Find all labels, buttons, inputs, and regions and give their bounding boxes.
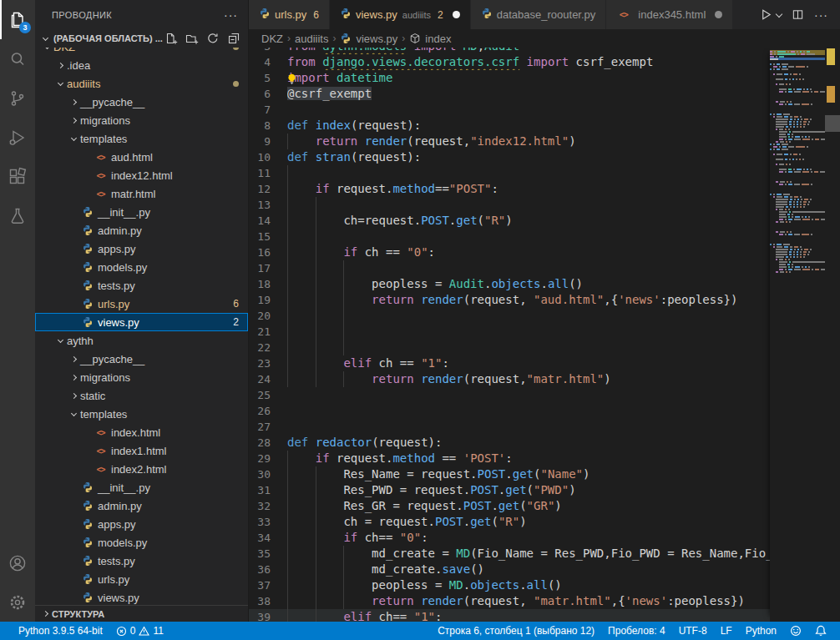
chevron-spacer[interactable] bbox=[80, 150, 94, 164]
feedback-icon[interactable] bbox=[783, 622, 808, 640]
code-line-37[interactable]: 37peopless = MD.objects.all() bbox=[249, 577, 770, 593]
chevron-spacer[interactable] bbox=[80, 444, 94, 457]
outline-section-header[interactable]: СТРУКТУРА bbox=[35, 605, 248, 622]
minimap[interactable] bbox=[770, 48, 825, 622]
run-debug-icon[interactable] bbox=[0, 118, 35, 157]
chevron-down-icon[interactable] bbox=[53, 334, 67, 347]
tree-item-matr-html[interactable]: <>matr.html bbox=[35, 184, 248, 203]
code-line-5[interactable]: 5import datetime bbox=[249, 70, 770, 86]
chevron-spacer[interactable] bbox=[67, 242, 80, 255]
code-line-6[interactable]: 6@csrf_exempt bbox=[249, 86, 770, 102]
tree-item-aythh[interactable]: aythh bbox=[35, 331, 248, 350]
run-python-file-icon[interactable] bbox=[760, 8, 772, 21]
chevron-spacer[interactable] bbox=[67, 279, 80, 292]
code-line-10[interactable]: 10def stran(request): bbox=[249, 149, 770, 165]
code-line-18[interactable]: 18peopless = Audit.objects.all() bbox=[249, 276, 770, 292]
testing-icon[interactable] bbox=[0, 196, 35, 235]
tree-item-views-py[interactable]: views.py2 bbox=[35, 313, 248, 331]
tree-item-templates[interactable]: templates bbox=[35, 405, 248, 423]
breadcrumb-item-file[interactable]: views.py bbox=[356, 33, 397, 45]
breadcrumb-item-folder[interactable]: audiiits bbox=[295, 33, 328, 45]
chevron-spacer[interactable] bbox=[67, 499, 80, 512]
cursor-position-status[interactable]: Строка 6, столбец 1 (выбрано 12) bbox=[431, 622, 601, 640]
code-line-32[interactable]: 32Res_GR = request.POST.get("GR") bbox=[249, 498, 770, 514]
code-line-38[interactable]: 38return render(request, "matr.html",{'n… bbox=[249, 593, 770, 609]
bell-icon[interactable] bbox=[808, 622, 833, 640]
chevron-down-icon[interactable] bbox=[67, 407, 80, 421]
code-line-34[interactable]: 34if ch== "0": bbox=[249, 530, 770, 546]
chevron-spacer[interactable] bbox=[67, 205, 80, 219]
tree-item-apps-py[interactable]: apps.py bbox=[35, 515, 248, 533]
tab-urls-py[interactable]: urls.py6 bbox=[249, 0, 329, 29]
tree-item-templates[interactable]: templates bbox=[35, 129, 248, 148]
breadcrumb-item-project[interactable]: DKZ bbox=[261, 33, 283, 45]
code-line-13[interactable]: 13 bbox=[249, 197, 770, 213]
tree-item-dkz[interactable]: DKZ bbox=[35, 48, 248, 56]
tab-index345-html[interactable]: <>index345.html bbox=[606, 0, 732, 29]
chevron-spacer[interactable] bbox=[80, 426, 94, 439]
code-line-3[interactable]: 3from aythh.models import MD,Audit bbox=[249, 48, 770, 54]
chevron-right-icon[interactable] bbox=[53, 58, 67, 72]
run-dropdown-chevron-icon[interactable] bbox=[776, 10, 782, 17]
code-line-22[interactable]: 22 bbox=[249, 340, 770, 355]
language-mode-status[interactable]: Python bbox=[739, 622, 783, 640]
chevron-spacer[interactable] bbox=[67, 536, 80, 549]
tree-item--init-py[interactable]: __init__.py bbox=[35, 203, 248, 221]
code-line-28[interactable]: 28def redactor(request): bbox=[249, 435, 770, 451]
code-line-39[interactable]: 39elif ch== "1": bbox=[249, 609, 770, 622]
code-line-24[interactable]: 24return render(request,"matr.html") bbox=[249, 371, 770, 387]
chevron-down-icon[interactable] bbox=[53, 77, 67, 90]
code-line-12[interactable]: 12if request.method=="POST": bbox=[249, 181, 770, 197]
tree-item-index2-html[interactable]: <>index2.html bbox=[35, 460, 248, 478]
chevron-spacer[interactable] bbox=[67, 481, 80, 494]
code-line-20[interactable]: 20 bbox=[249, 308, 770, 324]
tree-item-urls-py[interactable]: urls.py6 bbox=[35, 295, 248, 313]
collapse-all-icon[interactable] bbox=[226, 31, 241, 46]
editor-more-actions[interactable]: ··· bbox=[814, 11, 828, 19]
tree-item-migrations[interactable]: migrations bbox=[35, 368, 248, 386]
chevron-right-icon[interactable] bbox=[67, 113, 80, 127]
chevron-spacer[interactable] bbox=[67, 517, 80, 531]
refresh-icon[interactable] bbox=[205, 31, 220, 46]
tree-item-models-py[interactable]: models.py bbox=[35, 533, 248, 552]
tree-item-admin-py[interactable]: admin.py bbox=[35, 221, 248, 239]
tree-item--pycache-[interactable]: __pycache__ bbox=[35, 93, 248, 111]
code-line-33[interactable]: 33ch = request.POST.get("R") bbox=[249, 514, 770, 530]
lightbulb-icon[interactable] bbox=[287, 73, 297, 86]
code-line-9[interactable]: 9return render(request,"index12.html") bbox=[249, 134, 770, 149]
chevron-spacer[interactable] bbox=[67, 572, 80, 586]
overview-ruler[interactable] bbox=[825, 48, 840, 622]
gear-icon[interactable] bbox=[0, 582, 35, 622]
chevron-spacer[interactable] bbox=[80, 169, 94, 182]
indentation-status[interactable]: Пробелов: 4 bbox=[601, 622, 672, 640]
chevron-right-icon[interactable] bbox=[67, 352, 80, 365]
code-line-25[interactable]: 25 bbox=[249, 387, 770, 403]
tree-item--pycache-[interactable]: __pycache__ bbox=[35, 350, 248, 368]
tab-views-py[interactable]: views.pyaudiiits2 bbox=[330, 0, 470, 29]
new-file-icon[interactable] bbox=[164, 31, 179, 46]
explorer-icon[interactable]: 3 bbox=[0, 0, 35, 39]
code-line-35[interactable]: 35md_create = MD(Fio_Name = Res_PWD,Fio_… bbox=[249, 546, 770, 562]
tree-item-urls-py[interactable]: urls.py bbox=[35, 570, 248, 588]
workspace-section-header[interactable]: (РАБОЧАЯ ОБЛАСТЬ) ... bbox=[35, 29, 248, 48]
tree-item-tests-py[interactable]: tests.py bbox=[35, 552, 248, 570]
code-line-11[interactable]: 11 bbox=[249, 165, 770, 181]
tree-item-models-py[interactable]: models.py bbox=[35, 258, 248, 276]
chevron-down-icon[interactable] bbox=[67, 132, 80, 145]
sidebar-more-actions[interactable]: ··· bbox=[224, 11, 238, 19]
breadcrumb-item-symbol[interactable]: index bbox=[425, 33, 451, 45]
code-line-30[interactable]: 30Res_Name = request.POST.get("Name") bbox=[249, 466, 770, 482]
tree-item-migrations[interactable]: migrations bbox=[35, 111, 248, 129]
code-line-15[interactable]: 15 bbox=[249, 229, 770, 244]
encoding-status[interactable]: UTF-8 bbox=[672, 622, 714, 640]
code-line-21[interactable]: 21 bbox=[249, 324, 770, 340]
chevron-spacer[interactable] bbox=[67, 224, 80, 237]
python-interpreter-status[interactable]: Python 3.9.5 64-bit bbox=[12, 622, 109, 640]
eol-status[interactable]: LF bbox=[714, 622, 739, 640]
split-editor-icon[interactable] bbox=[792, 8, 804, 21]
tree-item-index-html[interactable]: <>index.html bbox=[35, 423, 248, 441]
tree-item-static[interactable]: static bbox=[35, 386, 248, 405]
tree-item-index1-html[interactable]: <>index1.html bbox=[35, 441, 248, 460]
code-line-29[interactable]: 29if request.method == 'POST': bbox=[249, 451, 770, 466]
code-line-26[interactable]: 26 bbox=[249, 403, 770, 419]
